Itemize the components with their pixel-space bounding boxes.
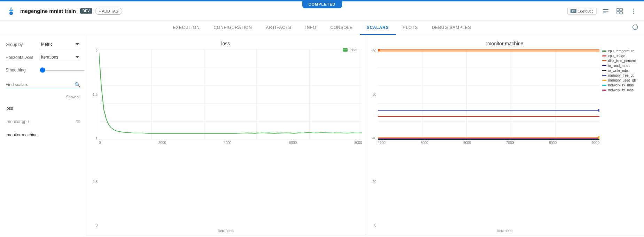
smoothing-row: Smoothing 0 [6,67,80,74]
tab-scalars[interactable]: SCALARS [360,21,396,35]
tab-configuration[interactable]: CONFIGURATION [207,21,259,35]
svg-rect-8 [617,12,619,14]
tab-plots[interactable]: PLOTS [396,21,425,35]
tab-info[interactable]: INFO [298,21,324,35]
legend-item-cpu-temperature: cpu_temperature [602,49,641,53]
layout-icon-button[interactable] [615,6,624,16]
svg-rect-6 [617,8,619,11]
header-actions: ID 1defd0cc [567,6,638,16]
run-id-badge: ID 1defd0cc [567,8,597,15]
tab-debug-samples[interactable]: DEBUG SAMPLES [425,21,478,35]
legend-item-io-read-mbs: io_read_mbs [602,64,641,68]
search-icon: 🔍 [75,82,80,87]
monitor-machine-y-axis: 80 60 40 20 0 [368,49,378,227]
legend-item-disk-free-percent: disk_free_percent [602,59,641,63]
loss-x-axis: 0 2000 4000 6000 8000 [99,141,362,145]
legend-item-memory-free-gb: memory_free_gb [602,74,641,77]
loss-chart-svg [99,49,362,140]
loss-chart-panel: loss loss 2 1.5 1 0.5 0 [86,35,365,236]
monitor-machine-chart-panel: :monitor:machine 80 60 40 20 0 [365,35,644,236]
top-bar: COMPLETED [0,0,644,1]
more-menu-button[interactable] [629,6,638,16]
group-by-label: Group by [6,42,37,47]
svg-rect-3 [603,9,608,10]
dev-badge: DEV [80,8,92,14]
svg-rect-9 [620,12,622,14]
nav-tabs: EXECUTION CONFIGURATION ARTIFACTS INFO C… [0,21,644,35]
smoothing-label: Smoothing [6,68,37,72]
legend-color-io-read-mbs [602,65,606,66]
legend-color-io-write-mbs [602,70,606,71]
svg-point-2 [10,8,12,10]
legend-item-network-rx-mbs: network_rx_mbs [602,83,641,87]
completed-badge: COMPLETED [302,0,342,8]
monitor-machine-chart-title: :monitor:machine [486,41,523,46]
sidebar: Group by Metric None Horizontal Axis Ite… [0,35,86,236]
eye-slash-icon [76,119,80,124]
legend-item-io-write-mbs: io_write_mbs [602,69,641,72]
legend-color-network-tx-mbs [602,90,606,91]
horizontal-axis-row: Horizontal Axis Iterations Steps Time [6,54,80,61]
completed-label: COMPLETED [308,2,335,6]
show-all-button[interactable]: Show all [6,95,80,99]
svg-point-0 [9,12,13,15]
monitor-machine-chart-svg-wrapper: 4000 5000 6000 7000 8000 9000 [378,49,600,227]
charts-area: loss loss 2 1.5 1 0.5 0 [86,35,644,236]
svg-rect-4 [603,11,608,12]
legend-color-cpu-temperature [602,51,606,52]
loss-x-label: Iterations [218,229,233,233]
legend-color-cpu-usage [602,55,606,56]
scalar-item-monitor-machine[interactable]: :monitor:machine [6,131,80,139]
app-logo-icon [6,6,17,17]
run-id-value: 1defd0cc [578,9,593,13]
main-layout: Group by Metric None Horizontal Axis Ite… [0,35,644,236]
svg-point-11 [633,10,634,12]
add-tag-label: + ADD TAG [99,9,119,13]
svg-point-46 [597,109,599,112]
add-tag-button[interactable]: + ADD TAG [95,8,123,15]
loss-chart-svg-wrapper: 0 2000 4000 6000 8000 [99,49,362,227]
group-by-row: Group by Metric None [6,41,80,48]
smoothing-slider[interactable] [40,70,85,71]
monitor-x-axis: 4000 5000 6000 7000 8000 9000 [378,141,600,145]
loss-chart-title: loss [221,41,230,46]
svg-rect-5 [603,13,606,13]
legend-item-cpu-usage: cpu_usage [602,54,641,58]
svg-point-12 [633,13,634,14]
legend-item-network-tx-mbs: network_tx_mbs [602,88,641,92]
legend-color-disk-free-percent [602,60,606,61]
legend-color-network-rx-mbs [602,85,606,86]
details-icon-button[interactable] [601,6,611,16]
search-container: 🔍 [6,82,80,89]
loss-y-axis: 2 1.5 1 0.5 0 [89,49,99,227]
monitor-machine-legend: cpu_temperature cpu_usage disk_free_perc… [599,49,641,227]
tab-execution[interactable]: EXECUTION [166,21,207,35]
refresh-button[interactable] [632,24,638,32]
monitor-machine-x-label: Iterations [497,229,512,233]
monitor-machine-chart-inner: 80 60 40 20 0 [368,49,642,227]
legend-color-memory-free-gb [602,75,606,76]
monitor-machine-chart-svg [378,49,600,140]
legend-color-memory-used-gb [602,80,606,81]
tab-console[interactable]: CONSOLE [323,21,359,35]
svg-point-10 [633,8,634,9]
scalar-item-loss[interactable]: loss [6,105,80,112]
horizontal-axis-select[interactable]: Iterations Steps Time [40,54,80,61]
tab-artifacts[interactable]: ARTIFACTS [259,21,298,35]
horizontal-axis-label: Horizontal Axis [6,55,37,60]
search-input[interactable] [6,82,75,87]
svg-rect-7 [620,8,622,11]
app-title: megengine mnist train [20,8,76,14]
legend-item-memory-used-gb: memory_used_gb [602,78,641,82]
group-by-select[interactable]: Metric None [40,41,80,48]
id-prefix-label: ID [571,9,576,13]
loss-chart-inner: 2 1.5 1 0.5 0 [89,49,362,227]
scalar-item-monitor-gpu[interactable]: :monitor:gpu [6,118,80,125]
